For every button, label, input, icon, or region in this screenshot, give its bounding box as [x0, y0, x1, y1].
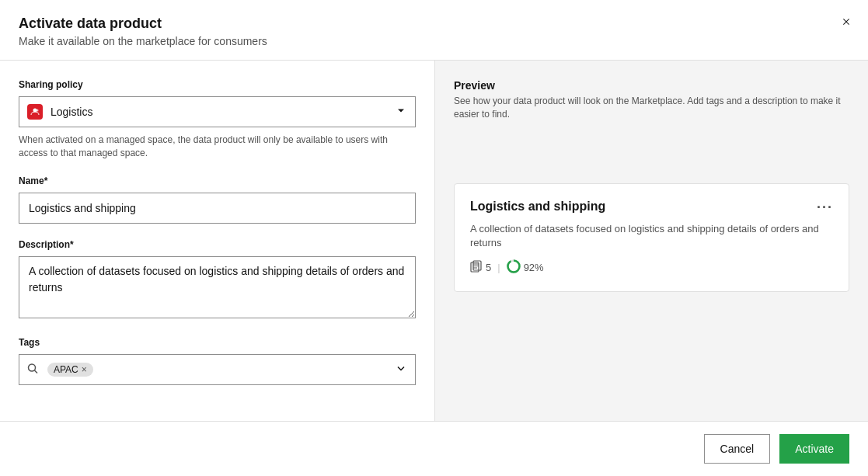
preview-card-header: Logistics and shipping ···	[470, 200, 833, 216]
sharing-policy-select-wrapper: Logistics	[19, 96, 416, 127]
chevron-down-icon	[396, 106, 406, 118]
svg-point-2	[29, 364, 36, 371]
left-panel: Sharing policy Logistics	[0, 61, 435, 421]
tags-group: Tags APAC ×	[19, 337, 416, 385]
right-panel: Preview See how your data product will l…	[435, 61, 868, 421]
description-label: Description*	[19, 239, 416, 250]
search-icon	[27, 363, 38, 376]
sharing-policy-select[interactable]: Logistics	[19, 96, 416, 127]
preview-title: Preview	[454, 79, 849, 92]
preview-card-meta: 5 | 92%	[470, 259, 833, 276]
close-button[interactable]	[837, 12, 856, 31]
sharing-policy-label: Sharing policy	[19, 79, 416, 90]
activate-data-product-modal: Activate data product Make it available …	[0, 0, 868, 476]
tags-input[interactable]: APAC ×	[19, 354, 416, 385]
tag-apac: APAC ×	[47, 363, 93, 377]
quality-percent: 92%	[524, 262, 544, 273]
selected-policy-text: Logistics	[51, 106, 92, 118]
preview-card-description: A collection of datasets focused on logi…	[470, 222, 833, 250]
description-group: Description*	[19, 239, 416, 321]
name-label: Name*	[19, 175, 416, 186]
tag-apac-label: APAC	[54, 364, 78, 375]
sharing-policy-group: Sharing policy Logistics	[19, 79, 416, 160]
modal-footer: Cancel Activate	[0, 421, 868, 476]
name-input[interactable]	[19, 193, 416, 224]
cancel-button[interactable]: Cancel	[704, 434, 771, 464]
tag-apac-remove-button[interactable]: ×	[82, 365, 87, 374]
svg-line-3	[35, 370, 38, 374]
description-input[interactable]	[19, 256, 416, 318]
preview-card: Logistics and shipping ··· A collection …	[454, 183, 849, 292]
preview-subtitle: See how your data product will look on t…	[454, 95, 849, 121]
sharing-policy-hint: When activated on a managed space, the d…	[19, 134, 416, 160]
tags-chevron-icon	[396, 363, 406, 375]
datasets-meta: 5	[470, 260, 491, 275]
activate-button[interactable]: Activate	[779, 434, 849, 464]
svg-point-10	[507, 260, 519, 272]
preview-card-menu-button[interactable]: ···	[817, 200, 833, 216]
modal-subtitle: Make it available on the marketplace for…	[19, 35, 849, 47]
meta-divider: |	[497, 262, 500, 273]
modal-header: Activate data product Make it available …	[0, 0, 868, 61]
modal-body: Sharing policy Logistics	[0, 61, 868, 421]
modal-title: Activate data product	[19, 16, 849, 32]
name-group: Name*	[19, 175, 416, 224]
policy-icon	[27, 104, 43, 120]
datasets-icon	[470, 260, 483, 275]
preview-card-title: Logistics and shipping	[470, 200, 605, 214]
datasets-count: 5	[486, 262, 491, 273]
tags-label: Tags	[19, 337, 416, 348]
quality-icon	[507, 259, 521, 276]
svg-point-1	[37, 109, 39, 112]
quality-meta: 92%	[507, 259, 544, 276]
